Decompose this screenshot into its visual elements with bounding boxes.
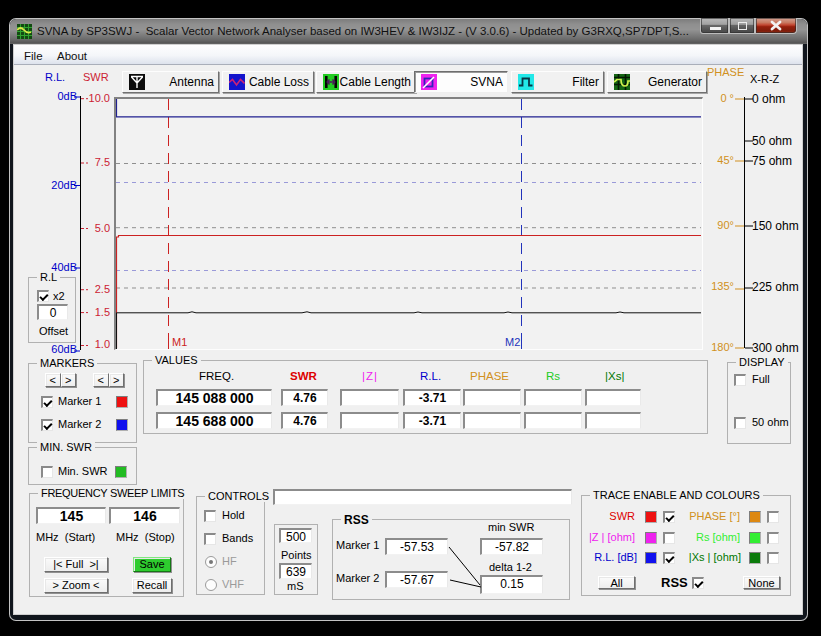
svg-text:M2: M2 — [505, 336, 520, 348]
svg-text:M1: M1 — [172, 336, 187, 348]
